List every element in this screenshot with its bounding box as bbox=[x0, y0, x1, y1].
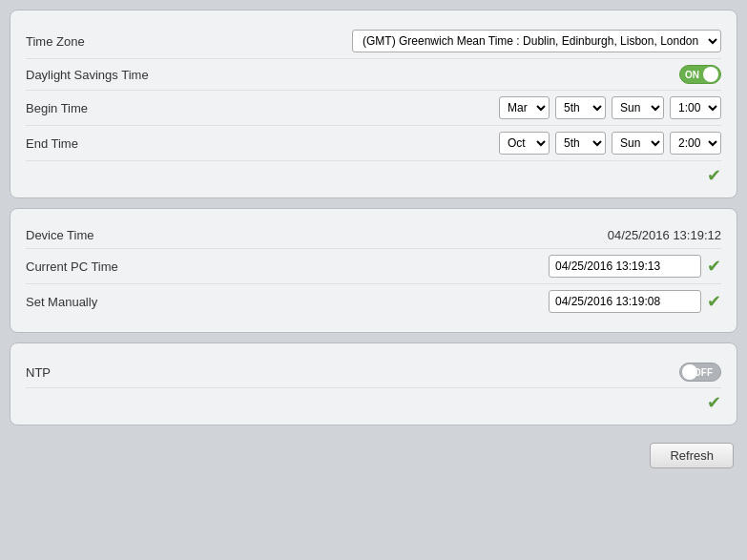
begin-time-row: Begin Time MarJanFebApr MayJunJulAug Sep… bbox=[26, 91, 721, 126]
ntp-row: NTP OFF bbox=[26, 357, 721, 388]
ntp-label: NTP bbox=[26, 365, 51, 380]
timezone-card: Time Zone (GMT) Greenwich Mean Time : Du… bbox=[10, 10, 737, 198]
device-time-card: Device Time 04/25/2016 13:19:12 Current … bbox=[10, 208, 737, 333]
daylight-row: Daylight Savings Time ON bbox=[26, 59, 721, 91]
current-pc-time-label: Current PC Time bbox=[26, 259, 118, 274]
set-manually-controls: ✔ bbox=[549, 290, 721, 313]
begin-time-controls: MarJanFebApr MayJunJulAug SepOctNovDec 5… bbox=[499, 96, 721, 119]
end-time-select[interactable]: 2:001:003:004:00 bbox=[670, 132, 721, 155]
end-day-select[interactable]: 5th1st2nd3rd 4thLast bbox=[555, 132, 606, 155]
ntp-card: NTP OFF ✔ bbox=[10, 342, 737, 425]
timezone-row: Time Zone (GMT) Greenwich Mean Time : Du… bbox=[26, 24, 721, 59]
device-time-row: Device Time 04/25/2016 13:19:12 bbox=[26, 222, 721, 249]
end-time-row: End Time OctJanFebMar AprMayJunJul AugSe… bbox=[26, 126, 721, 161]
end-dow-select[interactable]: SunMonTueWed ThuFriSat bbox=[612, 132, 664, 155]
end-month-select[interactable]: OctJanFebMar AprMayJunJul AugSepNovDec bbox=[499, 132, 550, 155]
begin-time-label: Begin Time bbox=[26, 101, 88, 115]
refresh-button[interactable]: Refresh bbox=[650, 443, 734, 468]
ntp-toggle-label: OFF bbox=[694, 367, 713, 378]
current-pc-time-input[interactable] bbox=[549, 255, 701, 278]
end-time-label: End Time bbox=[26, 136, 78, 151]
set-manually-row: Set Manually ✔ bbox=[26, 284, 721, 319]
set-manually-input[interactable] bbox=[549, 290, 701, 313]
current-pc-time-row: Current PC Time ✔ bbox=[26, 249, 721, 284]
device-time-value: 04/25/2016 13:19:12 bbox=[608, 228, 721, 242]
begin-time-select[interactable]: 1:002:003:004:00 bbox=[670, 96, 721, 119]
daylight-label: Daylight Savings Time bbox=[26, 68, 149, 82]
bottom-bar: Refresh bbox=[10, 435, 737, 472]
begin-day-select[interactable]: 5th1st2nd3rd 4thLast bbox=[555, 96, 606, 119]
timezone-check-row: ✔ bbox=[26, 161, 721, 184]
ntp-check-row: ✔ bbox=[26, 388, 721, 411]
set-manually-check-icon: ✔ bbox=[707, 293, 721, 310]
timezone-select[interactable]: (GMT) Greenwich Mean Time : Dublin, Edin… bbox=[352, 30, 721, 52]
daylight-toggle-knob bbox=[703, 67, 718, 82]
end-time-controls: OctJanFebMar AprMayJunJul AugSepNovDec 5… bbox=[499, 132, 721, 155]
ntp-toggle[interactable]: OFF bbox=[679, 363, 721, 382]
daylight-toggle-label: ON bbox=[685, 70, 699, 80]
set-manually-label: Set Manually bbox=[26, 295, 97, 309]
current-pc-time-controls: ✔ bbox=[549, 255, 721, 278]
begin-dow-select[interactable]: SunMonTueWed ThuFriSat bbox=[612, 96, 664, 119]
device-time-label: Device Time bbox=[26, 228, 94, 242]
timezone-check-icon: ✔ bbox=[707, 167, 721, 184]
begin-month-select[interactable]: MarJanFebApr MayJunJulAug SepOctNovDec bbox=[499, 96, 550, 119]
ntp-check-icon: ✔ bbox=[707, 394, 721, 411]
daylight-toggle[interactable]: ON bbox=[679, 65, 721, 84]
timezone-label: Time Zone bbox=[26, 34, 85, 49]
current-pc-check-icon: ✔ bbox=[707, 258, 721, 275]
